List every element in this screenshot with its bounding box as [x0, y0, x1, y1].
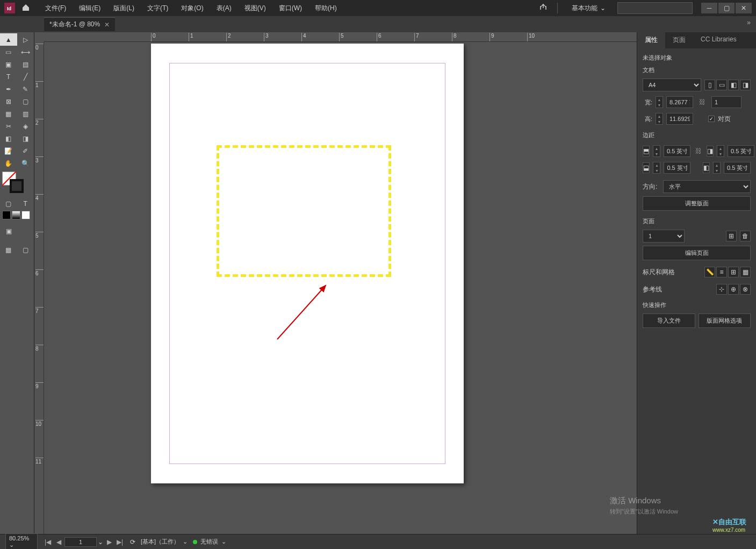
margin-left-spinner[interactable]: ▲▼ — [717, 145, 724, 157]
pencil-tool[interactable]: ✎ — [17, 83, 34, 95]
page-select[interactable]: 1 — [643, 230, 685, 243]
adjust-layout-button[interactable]: 调整版面 — [643, 196, 751, 211]
minimize-button[interactable]: ─ — [701, 3, 717, 13]
selection-tool[interactable]: ▲ — [0, 33, 17, 46]
free-transform-tool[interactable]: ◈ — [17, 120, 34, 132]
height-input[interactable] — [666, 113, 693, 125]
gradient-feather-tool[interactable]: ◨ — [17, 132, 34, 145]
canvas-viewport[interactable] — [44, 42, 637, 534]
page-preset-select[interactable]: A4 — [643, 79, 701, 91]
zoom-select[interactable]: 80.25% ⌄ — [5, 533, 38, 549]
horizontal-ruler[interactable]: 012345678910 — [44, 32, 637, 42]
pages-input[interactable] — [711, 96, 741, 108]
margin-left-input[interactable] — [728, 145, 754, 157]
direct-selection-tool[interactable]: ▷ — [17, 33, 34, 46]
gradient-swatch-tool[interactable]: ◧ — [0, 132, 17, 145]
height-spinner[interactable]: ▲▼ — [656, 113, 663, 125]
orientation-select[interactable]: 水平 — [663, 180, 751, 193]
apply-color-swatch[interactable] — [2, 211, 11, 219]
menu-edit[interactable]: 编辑(E) — [73, 1, 107, 16]
content-collector-tool[interactable]: ▣ — [0, 58, 17, 70]
link-margins-icon[interactable]: ⛓ — [695, 144, 702, 159]
app-icon[interactable]: Id — [4, 3, 15, 13]
stroke-swatch[interactable] — [10, 179, 24, 193]
rectangle-frame-tool[interactable]: ⊠ — [0, 95, 17, 108]
dashed-rectangle-object[interactable] — [217, 145, 391, 277]
scissors-tool[interactable]: ✂ — [0, 120, 17, 132]
share-icon[interactable] — [539, 3, 548, 13]
margin-right-input[interactable] — [724, 162, 751, 174]
width-input[interactable] — [666, 96, 693, 108]
menu-file[interactable]: 文件(F) — [39, 1, 73, 16]
menu-object[interactable]: 对象(O) — [175, 1, 210, 16]
zoom-tool[interactable]: 🔍 — [17, 157, 34, 169]
vertical-grid-tool[interactable]: ▥ — [17, 108, 34, 120]
apply-none-swatch[interactable] — [21, 211, 30, 219]
tab-pages[interactable]: 页面 — [665, 32, 693, 48]
margin-top-input[interactable] — [664, 145, 690, 157]
orientation-landscape-icon[interactable]: ▭ — [716, 80, 727, 90]
orientation-portrait-icon[interactable]: ▯ — [704, 80, 715, 90]
snap-guides-icon[interactable]: ⊹ — [716, 284, 727, 295]
margin-bottom-spinner[interactable]: ▲▼ — [653, 162, 660, 174]
smart-guides-icon[interactable]: ⊕ — [728, 284, 739, 295]
page-tool[interactable]: ▭ — [0, 46, 17, 58]
eyedropper-tool[interactable]: ✐ — [17, 145, 34, 157]
apply-gradient-swatch[interactable] — [12, 211, 20, 219]
ruler-icon[interactable]: 📏 — [704, 267, 715, 277]
tab-close-icon[interactable]: ✕ — [104, 21, 110, 28]
expand-panels-icon[interactable]: » — [747, 19, 751, 26]
gap-tool[interactable]: ⟷ — [17, 46, 34, 58]
home-icon[interactable] — [21, 3, 30, 13]
last-page-button[interactable]: ▶| — [115, 537, 125, 547]
error-status[interactable]: 无错误 ⌄ — [193, 538, 226, 546]
type-tool[interactable]: T — [0, 70, 17, 83]
lock-guides-icon[interactable]: ⊗ — [740, 284, 751, 295]
menu-type[interactable]: 文字(T) — [141, 1, 175, 16]
margin-bottom-input[interactable] — [664, 162, 690, 174]
edit-page-button[interactable]: 编辑页面 — [643, 246, 751, 260]
binding-ltr-icon[interactable]: ◧ — [728, 80, 739, 90]
menu-view[interactable]: 视图(V) — [238, 1, 272, 16]
delete-page-icon[interactable]: 🗑 — [740, 231, 751, 241]
document-tab[interactable]: *未命名-1 @ 80% ✕ — [44, 17, 115, 31]
screen-mode-normal[interactable]: ▦ — [0, 244, 17, 256]
vertical-ruler[interactable]: 01234567891011 — [34, 42, 44, 534]
layout-grid-options-button[interactable]: 版面网格选项 — [699, 313, 751, 328]
link-dimensions-icon[interactable]: ⛓ — [698, 95, 707, 110]
formatting-text-icon[interactable]: T — [17, 197, 34, 210]
hand-tool[interactable]: ✋ — [0, 157, 17, 169]
width-spinner[interactable]: ▲▼ — [656, 96, 663, 108]
content-placer-tool[interactable]: ▤ — [17, 58, 34, 70]
document-grid-icon[interactable]: ⊞ — [728, 267, 739, 277]
menu-window[interactable]: 窗口(W) — [272, 1, 308, 16]
workspace-selector[interactable]: 基本功能⌄ — [567, 2, 610, 15]
view-mode-icon[interactable]: ▣ — [0, 225, 17, 237]
baseline-grid-icon[interactable]: ≡ — [716, 267, 727, 277]
facing-pages-checkbox[interactable]: ✓ — [708, 116, 715, 122]
menu-table[interactable]: 表(A) — [210, 1, 238, 16]
margin-top-spinner[interactable]: ▲▼ — [653, 145, 660, 157]
pen-tool[interactable]: ✒ — [0, 83, 17, 95]
menu-layout[interactable]: 版面(L) — [107, 1, 141, 16]
tab-properties[interactable]: 属性 — [637, 32, 665, 48]
next-page-button[interactable]: ▶ — [104, 537, 114, 547]
close-button[interactable]: ✕ — [736, 3, 752, 13]
screen-mode-preview[interactable]: ▢ — [17, 244, 34, 256]
margin-right-spinner[interactable]: ▲▼ — [713, 162, 721, 174]
chevron-down-icon[interactable]: ⌄ — [98, 538, 103, 546]
page-number-input[interactable] — [64, 537, 97, 547]
line-tool[interactable]: ╱ — [17, 70, 34, 83]
search-input[interactable] — [617, 2, 693, 14]
tab-cc-libraries[interactable]: CC Libraries — [693, 32, 744, 48]
style-status[interactable]: [基本]（工作） ⌄ — [141, 538, 188, 546]
formatting-container-icon[interactable]: ▢ — [0, 197, 17, 210]
prev-page-button[interactable]: ◀ — [54, 537, 63, 547]
note-tool[interactable]: 📝 — [0, 145, 17, 157]
rectangle-tool[interactable]: ▢ — [17, 95, 34, 108]
menu-help[interactable]: 帮助(H) — [308, 1, 343, 16]
new-page-icon[interactable]: ⊞ — [726, 231, 737, 241]
preflight-icon[interactable]: ⟳ — [130, 538, 135, 546]
import-file-button[interactable]: 导入文件 — [643, 313, 695, 328]
binding-rtl-icon[interactable]: ◨ — [740, 80, 751, 90]
